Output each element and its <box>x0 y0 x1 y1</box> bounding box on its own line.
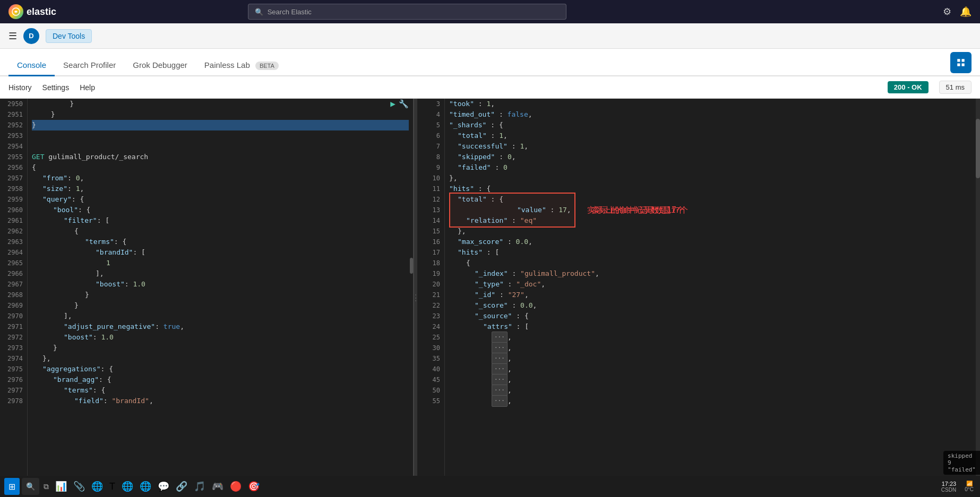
code-line: 1 <box>32 258 409 268</box>
code-line: "terms": { <box>32 237 409 247</box>
collapsed-block[interactable]: ··· <box>492 353 508 364</box>
response-content: 3 4 5 6 7 8 9 10 11 12 13 14 15 16 17 18… <box>417 99 980 497</box>
pane-resize-handle[interactable] <box>410 258 413 274</box>
beta-badge: BETA <box>255 62 279 70</box>
code-line <box>32 130 409 141</box>
taskbar-app-6[interactable]: 🌐 <box>137 478 153 495</box>
taskbar-app-7[interactable]: 💬 <box>156 478 171 495</box>
collapsed-block[interactable]: ··· <box>492 385 508 396</box>
code-line-method: GET gulimall_product/_search <box>32 152 409 162</box>
taskbar-app-1[interactable]: 📊 <box>53 478 69 495</box>
collapsed-block[interactable]: ··· <box>492 363 508 375</box>
code-line: "field": "brandId", <box>32 396 409 406</box>
taskbar-app-10[interactable]: 🎮 <box>210 478 226 495</box>
dev-tools-button[interactable]: Dev Tools <box>46 29 92 43</box>
task-view[interactable]: ⧉ <box>41 478 51 495</box>
resp-line: ···, <box>449 343 976 353</box>
collapsed-block[interactable]: ··· <box>492 342 508 354</box>
resp-line: ···, <box>449 353 976 364</box>
editor-pane: 2950 2951 2952 2953 2954 2955 2956 2957 … <box>0 99 414 497</box>
collapsed-block[interactable]: ··· <box>492 332 508 343</box>
code-line: }, <box>32 353 409 364</box>
run-icon[interactable]: ▶ <box>390 99 396 109</box>
resp-line: "max_score" : 0.0, <box>449 237 976 247</box>
action-bar: History Settings Help 200 - OK 51 ms <box>0 76 980 99</box>
tab-console[interactable]: Console <box>8 55 55 76</box>
response-time: 51 ms <box>939 81 972 94</box>
taskbar-app-4[interactable]: T <box>107 478 117 495</box>
elastic-text: elastic <box>27 6 56 18</box>
resp-line: "hits" : [ <box>449 247 976 258</box>
user-avatar[interactable]: D <box>23 28 39 44</box>
svg-rect-1 <box>957 59 960 62</box>
code-line: "boost": 1.0 <box>32 279 409 290</box>
settings-icon[interactable]: ⚙ <box>943 6 951 18</box>
resp-line: "_source" : { <box>449 311 976 321</box>
bottom-status-bar: skipped 9 "failed" <box>943 451 980 475</box>
tab-grok-debugger[interactable]: Grok Debugger <box>124 55 196 76</box>
response-scrollbar[interactable] <box>976 99 980 497</box>
elastic-logo[interactable]: elastic <box>8 4 56 19</box>
second-navigation: ☰ D Dev Tools <box>0 23 980 49</box>
search-placeholder: Search Elastic <box>268 8 312 16</box>
taskbar-search-icon: 🔍 <box>26 482 35 491</box>
taskbar-app-9[interactable]: 🎵 <box>192 478 208 495</box>
response-pane: 3 4 5 6 7 8 9 10 11 12 13 14 15 16 17 18… <box>417 99 980 497</box>
tab-painless-lab[interactable]: Painless Lab BETA <box>196 55 287 76</box>
history-link[interactable]: History <box>8 83 32 92</box>
taskbar-app-11[interactable]: 🔴 <box>228 478 244 495</box>
resp-line: "_index" : "gulimall_product", <box>449 268 976 279</box>
code-line: } <box>32 290 409 300</box>
start-button[interactable]: ⊞ <box>4 478 20 495</box>
search-taskbar[interactable]: 🔍 <box>22 478 39 495</box>
clock-time: 17:23 <box>941 481 956 487</box>
code-editor[interactable]: 2950 2951 2952 2953 2954 2955 2956 2957 … <box>0 99 413 497</box>
code-line: ], <box>32 311 409 321</box>
resp-line-highlighted: "value" : 17, 实际上的命中记录数是17个 <box>449 205 976 215</box>
taskbar-app-5[interactable]: 🌐 <box>119 478 135 495</box>
skipped-label: skipped <box>948 452 972 459</box>
failed-status: "failed" <box>948 466 976 473</box>
taskbar-app-2[interactable]: 📎 <box>71 478 87 495</box>
collapsed-block[interactable]: ··· <box>492 374 508 386</box>
resp-line: ···, <box>449 396 976 406</box>
resp-line: "_type" : "_doc", <box>449 279 976 290</box>
console-action-button[interactable] <box>950 52 972 73</box>
taskbar-app-3[interactable]: 🌐 <box>89 478 105 495</box>
resp-line: }, <box>449 173 976 184</box>
top-nav-right: ⚙ 🔔 <box>943 6 972 18</box>
code-line-selected: } <box>32 120 409 130</box>
wrench-icon[interactable]: 🔧 <box>399 99 409 109</box>
taskbar-app-8[interactable]: 🔗 <box>174 478 190 495</box>
response-status-code: 200 - OK <box>888 81 929 93</box>
tab-search-profiler[interactable]: Search Profiler <box>55 55 124 76</box>
elastic-logo-icon <box>8 4 23 19</box>
collapsed-block[interactable]: ··· <box>492 395 508 407</box>
code-line: "brand_agg": { <box>32 374 409 385</box>
notification-icon[interactable]: 🔔 <box>960 6 972 18</box>
settings-link[interactable]: Settings <box>42 83 70 92</box>
code-line: { <box>32 226 409 237</box>
resp-line: "skipped" : 0, <box>449 152 976 162</box>
top-navigation: elastic 🔍 Search Elastic ⚙ 🔔 <box>0 0 980 23</box>
help-link[interactable]: Help <box>80 83 95 92</box>
code-line: "brandId": [ <box>32 247 409 258</box>
taskbar-app-12[interactable]: 🎯 <box>246 478 262 495</box>
code-line <box>32 141 409 152</box>
code-lines[interactable]: ▶ 🔧 } } } GET gulimall_product/_search {… <box>28 99 413 497</box>
scrollbar-thumb[interactable] <box>976 119 980 179</box>
taskbar-clock: 17:23 CSDN <box>937 481 960 493</box>
resp-line: "timed_out" : false, <box>449 109 976 120</box>
code-line: } <box>32 343 409 353</box>
windows-taskbar: ⊞ 🔍 ⧉ 📊 📎 🌐 T 🌐 🌐 💬 🔗 🎵 🎮 🔴 🎯 17:23 <box>0 476 980 497</box>
resp-line: "successful" : 1, <box>449 141 976 152</box>
svg-rect-3 <box>957 64 960 66</box>
resp-line: ···, <box>449 374 976 385</box>
wifi-icon: 📶 <box>966 481 973 486</box>
code-line: "adjust_pure_negative": true, <box>32 321 409 332</box>
code-line: "size": 1, <box>32 184 409 194</box>
global-search-bar[interactable]: 🔍 Search Elastic <box>248 4 566 20</box>
hamburger-menu[interactable]: ☰ <box>8 30 17 42</box>
resp-line: }, <box>449 226 976 237</box>
resp-line: "attrs" : [ <box>449 321 976 332</box>
